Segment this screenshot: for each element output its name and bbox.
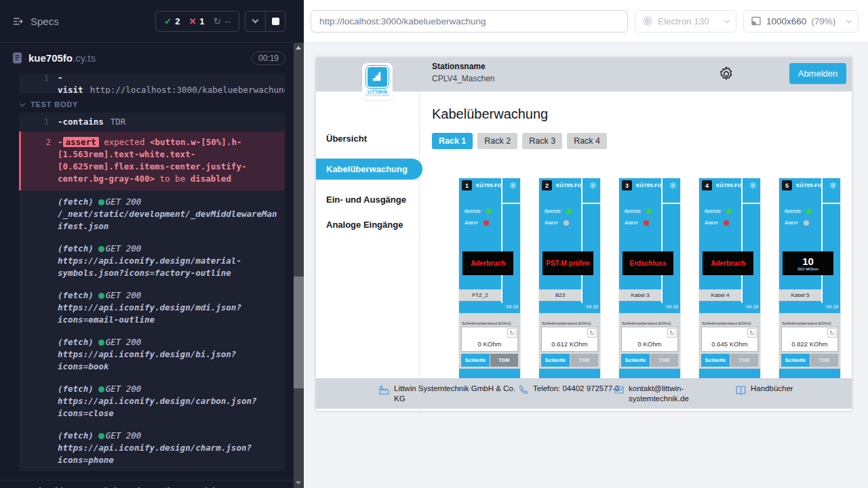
status-ok-dot [98, 433, 104, 439]
logout-button[interactable]: Abmelden [789, 63, 846, 84]
loop-value: 0 KOhm [622, 340, 677, 348]
reporter-scrollbar[interactable] [294, 43, 304, 488]
slot-number: 3 [622, 180, 632, 190]
cable-name: Kabel 3 [619, 289, 661, 301]
tdr-button[interactable]: TDR [730, 354, 759, 367]
device-settings-gear-icon[interactable] [829, 181, 838, 190]
loop-resistance-label: Schleifenwiderstand [kOhm] [462, 321, 520, 325]
footer-manuals[interactable]: Handbücher [735, 384, 793, 396]
test-stats: ✓ 2 ✕ 1 ↻ -- [155, 11, 239, 32]
loop-resistance-label: Schleifenwiderstand [kOhm] [622, 321, 680, 325]
viewport-select[interactable]: 1000x660 (79%) [743, 10, 859, 33]
stop-button[interactable] [265, 12, 285, 31]
device-settings-gear-icon[interactable] [589, 181, 598, 190]
collapse-button[interactable] [245, 12, 265, 31]
tab-rack-3[interactable]: Rack 3 [522, 133, 562, 149]
test-body-section[interactable]: TEST BODY [20, 100, 294, 108]
firmware-version: V4.19 [586, 304, 598, 309]
logo-mark-icon [366, 66, 389, 88]
schleife-button[interactable]: Schleife [621, 354, 650, 367]
command-assert-failed[interactable]: 2 -assert expected <button.w-[50%].h-[1.… [19, 131, 285, 190]
tdr-button[interactable]: TDR [570, 354, 599, 367]
device-model: KÜ705-FO [636, 182, 662, 188]
scroll-down-arrow[interactable] [296, 481, 301, 485]
specs-label[interactable]: Specs [31, 16, 155, 27]
email-icon [614, 384, 625, 395]
slot-number: 2 [542, 180, 552, 190]
app-root: Stationsname CPLV4_Maschen Abmelden [316, 58, 852, 411]
viewport-size: 1000x660 [766, 16, 806, 26]
sidebar-item-kabelueberwachung[interactable]: Kabelüberwachung [316, 159, 422, 180]
footer-phone: Telefon: 04402 972577-0 [518, 384, 627, 395]
device-card-3: 3 KÜ705-FO Betrieb Alarm Erdschluss Kabe… [619, 178, 680, 378]
fetch-log-entry[interactable]: (fetch) GET 200 https://api.iconify.desi… [19, 331, 285, 378]
device-settings-gear-icon[interactable] [749, 181, 758, 190]
command-contains[interactable]: 1 containsTDR [19, 113, 285, 131]
sidebar-item-ein-und-ausgaenge[interactable]: Ein- und Ausgänge [316, 189, 419, 210]
stat-pending: ↻ -- [214, 16, 231, 26]
tab-rack-1[interactable]: Rack 1 [432, 133, 473, 149]
assert-tobe: to be [160, 174, 186, 184]
aut-panel: Electron 130 1000x660 (79%) Stationsname… [304, 0, 868, 488]
refresh-icon[interactable]: ↻ [507, 328, 517, 338]
alarm-led [484, 220, 489, 226]
device-model: KÜ705-FO [796, 182, 822, 188]
schleife-button[interactable]: Schleife [541, 354, 570, 367]
device-display: Aderbruch [462, 251, 513, 275]
station-name: CPLV4_Maschen [432, 74, 495, 83]
refresh-icon[interactable]: ↻ [827, 328, 837, 338]
app-sidebar: Übersicht Kabelüberwachung Ein- und Ausg… [316, 92, 420, 411]
tdr-button[interactable]: TDR [650, 354, 679, 367]
loop-value-box: ↻ 0 KOhm [621, 327, 678, 352]
refresh-icon[interactable]: ↻ [667, 328, 677, 338]
tdr-button[interactable]: TDR [810, 354, 839, 367]
fetch-url: https://api.iconify.design/charm.json?ic… [58, 442, 278, 466]
schleife-button[interactable]: Schleife [461, 354, 490, 367]
betrieb-led [646, 209, 652, 214]
fetch-url: https://api.iconify.design/carbon.json?i… [58, 395, 278, 420]
device-card-5: 5 KÜ705-FO Betrieb Alarm 10 ISO MOhm [779, 178, 840, 378]
scroll-up-arrow[interactable] [296, 46, 301, 49]
device-settings-gear-icon[interactable] [669, 181, 678, 190]
refresh-icon[interactable]: ↻ [587, 328, 597, 338]
device-cards: 1 KÜ705-FO Betrieb Alarm Aderbruch FTZ_2… [459, 178, 852, 378]
spec-file-icon [12, 52, 22, 64]
assert-badge: assert [63, 137, 99, 147]
fetch-log-entry[interactable]: (fetch) GET 200 https://api.iconify.desi… [19, 424, 285, 471]
device-display: Aderbruch [703, 251, 753, 275]
spec-file-row[interactable]: kue705fo.cy.ts 00:19 [0, 43, 294, 73]
pending-test-row[interactable]: should open and close the settings modal [0, 480, 294, 488]
settings-gear-icon[interactable] [717, 65, 735, 83]
device-settings-gear-icon[interactable] [509, 181, 518, 190]
sidebar-item-analoge-eingaenge[interactable]: Analoge Eingänge [316, 214, 419, 235]
footer-email: kontakt@littwin-systemtechnik.de [614, 384, 709, 404]
refresh-icon[interactable]: ↻ [747, 328, 757, 338]
fetch-log-entry[interactable]: (fetch) GET 200 https://api.iconify.desi… [19, 378, 285, 424]
command-visit[interactable]: 1 visithttp://localhost:3000/kabelueberw… [19, 73, 285, 94]
url-input[interactable] [311, 10, 628, 33]
tdr-button[interactable]: TDR [490, 354, 519, 367]
browser-select[interactable]: Electron 130 [635, 10, 736, 33]
schleife-button[interactable]: Schleife [701, 354, 730, 367]
dash: - [58, 137, 63, 147]
tab-rack-4[interactable]: Rack 4 [567, 133, 607, 149]
cypress-reporter-panel: Specs ✓ 2 ✕ 1 ↻ -- [0, 0, 304, 488]
specs-toggle-icon[interactable] [12, 16, 24, 27]
loop-resistance-label: Schleifenwiderstand [kOhm] [542, 321, 600, 325]
fetch-log-entry[interactable]: (fetch) GET 200 https://api.iconify.desi… [19, 284, 285, 331]
sidebar-item-uebersicht[interactable]: Übersicht [316, 128, 419, 149]
aut-stage: Stationsname CPLV4_Maschen Abmelden [304, 43, 868, 488]
loop-resistance-label: Schleifenwiderstand [kOhm] [782, 321, 840, 325]
firmware-version: V4.19 [746, 304, 758, 309]
fetch-log-entry[interactable]: (fetch) GET 200 https://api.iconify.desi… [19, 237, 285, 284]
loop-value-box: ↻ 0.612 KOhm [541, 327, 598, 352]
schleife-button[interactable]: Schleife [781, 354, 810, 367]
command-log: 1 containsTDR 2 -assert expected <button… [19, 113, 285, 471]
scrollbar-thumb[interactable] [294, 277, 304, 388]
loop-value-box: ↻ 0.645 KOhm [701, 327, 758, 352]
fetch-log-entry[interactable]: (fetch) GET 200 /_next/static/developmen… [19, 190, 285, 237]
device-card-1: 1 KÜ705-FO Betrieb Alarm Aderbruch FTZ_2… [459, 178, 520, 378]
cable-name: B23 [539, 289, 581, 301]
tab-rack-2[interactable]: Rack 2 [477, 133, 517, 149]
page-title: Kabelüberwachung [432, 106, 852, 122]
